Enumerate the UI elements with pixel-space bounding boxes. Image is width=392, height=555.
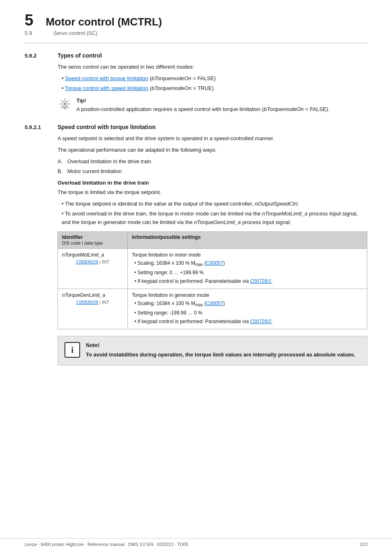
table-header-id: Identifier DIS code | data type <box>58 231 128 248</box>
bullet-range-2: Setting range: -199.99 … 0 % <box>134 309 363 317</box>
overload-bullets: The torque setpoint is identical to the … <box>62 200 367 226</box>
overload-heading: Overload limitation in the drive train <box>58 180 367 186</box>
alpha-text-b: Motor current limitation <box>67 167 122 176</box>
section-592-title: Types of control <box>58 52 102 59</box>
col-id-header: Identifier <box>62 234 83 240</box>
para1: A speed setpoint is selected and the dri… <box>58 134 367 143</box>
svg-line-5 <box>61 100 62 101</box>
svg-point-9 <box>64 103 66 105</box>
id-code-1: C00830/29 | INT <box>62 259 123 266</box>
c00057-link-1[interactable]: C00057 <box>206 260 223 266</box>
chapter-number: 5 <box>25 12 33 28</box>
sub-title: Servo control (SC) <box>53 30 97 36</box>
section-592-num: 5.9.2 <box>25 53 58 59</box>
section-5921: 5.9.2.1 Speed control with torque limita… <box>25 124 367 365</box>
bullet-scaling-2: Scaling: 16384 ≡ 100 % Mmax (C00057) <box>134 300 363 308</box>
mode-1-rest: (bTorquemodeOn = FALSE) <box>150 75 216 81</box>
tip-text: A position-controlled application requir… <box>76 105 330 113</box>
section-592-intro: The servo control can be operated in two… <box>58 63 367 71</box>
svg-rect-11 <box>63 108 67 109</box>
c00057-link-2[interactable]: C00057 <box>206 301 223 306</box>
svg-line-8 <box>61 107 62 108</box>
modes-list: Speed control with torque limitation (bT… <box>62 74 367 92</box>
c00830-29-link[interactable]: C00830/29 <box>76 259 98 264</box>
bullet-scaling-1: Scaling: 16384 ≡ 100 % Mmax (C00057) <box>134 259 363 268</box>
alpha-label-a: A. <box>58 157 67 166</box>
footer-left: Lenze · 8400 protec HighLine · Reference… <box>25 542 188 547</box>
id-name-1: nTorqueMotLimit_a <box>62 251 123 259</box>
table-row-1: nTorqueMotLimit_a C00830/29 | INT Torque… <box>58 248 367 289</box>
speed-control-link[interactable]: Speed control with torque limitation <box>65 75 148 81</box>
sub-number: 5.9 <box>25 30 41 36</box>
info-title-1: Torque limitation in motor mode <box>132 252 201 258</box>
table-cell-id-1: nTorqueMotLimit_a C00830/29 | INT <box>58 248 128 289</box>
alpha-list: A. Overload limitation in the drive trai… <box>58 157 367 176</box>
info-bullets-2: Scaling: 16384 ≡ 100 % Mmax (C00057) Set… <box>134 300 363 325</box>
para2: The operational performance can be adapt… <box>58 146 367 154</box>
footer-right: 223 <box>360 542 367 547</box>
tip-content: Tip! A position-controlled application r… <box>76 97 330 113</box>
alpha-text-a: Overload limitation in the drive train <box>67 157 151 166</box>
section-5921-num: 5.9.2.1 <box>25 124 58 130</box>
mode-item-1: Speed control with torque limitation (bT… <box>62 74 367 83</box>
tip-box: Tip! A position-controlled application r… <box>58 97 367 113</box>
table-row-2: nTorqueGenLimit_a C00830/28 | INT Torque… <box>58 289 367 329</box>
note-box: i Note! To avoid instabilities during op… <box>58 336 367 365</box>
chapter-title: Motor control (MCTRL) <box>46 16 162 28</box>
section-5921-heading: 5.9.2.1 Speed control with torque limita… <box>25 124 367 130</box>
info-title-2: Torque limitation in generator mode <box>132 292 209 298</box>
table-header-info: Information/possible settings <box>128 231 367 248</box>
alpha-item-b: B. Motor current limitation <box>58 167 367 176</box>
col-id-subheader: DIS code | data type <box>62 240 103 245</box>
note-icon: i <box>65 342 80 358</box>
tip-label: Tip! <box>76 97 330 104</box>
footer: Lenze · 8400 protec HighLine · Reference… <box>0 538 392 547</box>
separator <box>25 43 367 43</box>
section-5921-body: A speed setpoint is selected and the dri… <box>58 134 367 365</box>
overload-bullet-1: The torque setpoint is identical to the … <box>62 200 367 208</box>
mode-item-2: Torque control with speed limitation (bT… <box>62 84 367 92</box>
section-592-body: The servo control can be operated in two… <box>58 63 367 114</box>
section-592: 5.9.2 Types of control The servo control… <box>25 52 367 114</box>
c00728-1-link[interactable]: C00728/1 <box>250 278 272 284</box>
page: 5 Motor control (MCTRL) 5.9 Servo contro… <box>0 0 392 555</box>
section-5921-title: Speed control with torque limitation <box>58 124 156 130</box>
bullet-keypad-1: If keypad control is performed: Paramete… <box>134 278 363 285</box>
section-592-heading: 5.9.2 Types of control <box>25 52 367 59</box>
id-name-2: nTorqueGenLimit_a <box>62 291 123 299</box>
sub-header: 5.9 Servo control (SC) <box>25 30 367 36</box>
overload-bullet-2: To avoid overload in the drive train, th… <box>62 210 367 226</box>
svg-line-7 <box>68 100 69 101</box>
tip-icon <box>58 97 72 111</box>
mode-2-rest: (bTorquemodeOn = TRUE) <box>150 85 214 91</box>
c00728-2-link[interactable]: C00728/2 <box>250 319 272 324</box>
limit-table: Identifier DIS code | data type Informat… <box>58 231 367 330</box>
overload-intro: The torque is limited via the torque set… <box>58 188 367 197</box>
chapter-header: 5 Motor control (MCTRL) <box>25 12 367 28</box>
table-cell-id-2: nTorqueGenLimit_a C00830/28 | INT <box>58 289 128 329</box>
svg-rect-10 <box>62 106 67 107</box>
id-code-2: C00830/28 | INT <box>62 299 123 306</box>
bullet-range-1: Setting range: 0 … +199.99 % <box>134 269 363 276</box>
note-text: To avoid instabilities during operation,… <box>86 351 355 359</box>
bullet-keypad-2: If keypad control is performed: Paramete… <box>134 318 363 325</box>
table-cell-info-1: Torque limitation in motor mode Scaling:… <box>128 248 367 289</box>
note-label: Note! <box>86 342 355 348</box>
torque-control-link[interactable]: Torque control with speed limitation <box>65 85 148 91</box>
note-content: Note! To avoid instabilities during oper… <box>86 342 355 359</box>
svg-line-6 <box>68 107 69 108</box>
table-cell-info-2: Torque limitation in generator mode Scal… <box>128 289 367 329</box>
c00830-28-link[interactable]: C00830/28 <box>76 300 98 305</box>
alpha-label-b: B. <box>58 167 67 176</box>
info-bullets-1: Scaling: 16384 ≡ 100 % Mmax (C00057) Set… <box>134 259 363 285</box>
alpha-item-a: A. Overload limitation in the drive trai… <box>58 157 367 166</box>
